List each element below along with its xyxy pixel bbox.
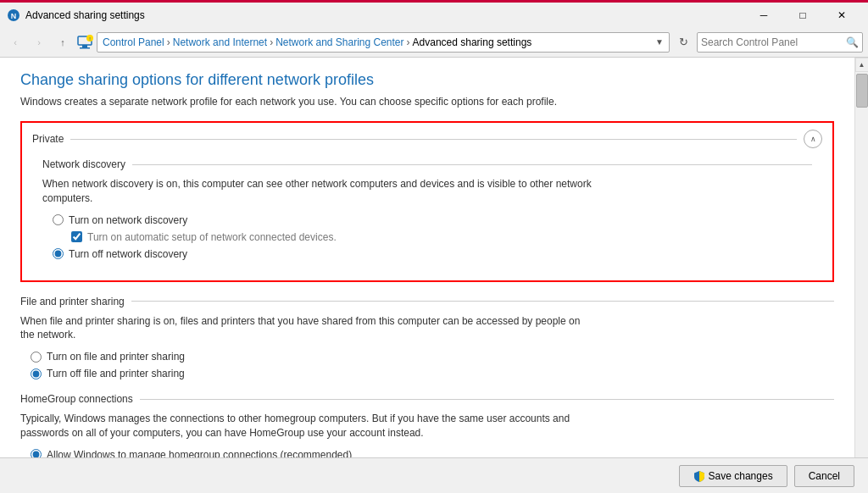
homegroup-header: HomeGroup connections	[20, 393, 834, 405]
breadcrumb-current: Advanced sharing settings	[413, 36, 532, 48]
breadcrumb-bar[interactable]: Control Panel › Network and Internet › N…	[97, 32, 670, 53]
shield-icon	[693, 470, 705, 482]
address-bar: ‹ › ↑ ! Control Panel › Network and Inte…	[0, 27, 868, 58]
title-bar-left: N Advanced sharing settings	[7, 8, 145, 22]
search-bar[interactable]: 🔍	[697, 32, 863, 53]
save-changes-button[interactable]: Save changes	[679, 465, 787, 487]
private-collapse-button[interactable]: ∧	[804, 130, 822, 148]
back-button[interactable]: ‹	[5, 32, 25, 53]
network-discovery-title: Network discovery	[42, 158, 125, 170]
title-bar: N Advanced sharing settings ─ □ ✕	[0, 0, 868, 27]
page-description: Windows creates a separate network profi…	[20, 96, 648, 108]
forward-button[interactable]: ›	[29, 32, 49, 53]
footer: Save changes Cancel	[0, 457, 868, 493]
file-sharing-section: File and printer sharing When file and p…	[20, 296, 834, 380]
window-controls: ─ □ ✕	[744, 2, 861, 29]
minimize-button[interactable]: ─	[744, 2, 783, 29]
up-button[interactable]: ↑	[53, 32, 73, 53]
nd-auto-option[interactable]: Turn on automatic setup of network conne…	[71, 231, 812, 243]
network-discovery-line	[132, 164, 812, 165]
svg-rect-3	[82, 45, 87, 47]
file-sharing-description: When file and printer sharing is on, fil…	[20, 314, 597, 343]
file-sharing-radio-group: Turn on file and printer sharing Turn of…	[31, 351, 834, 379]
file-sharing-title: File and printer sharing	[20, 296, 125, 307]
breadcrumb-network-internet[interactable]: Network and Internet	[173, 36, 267, 48]
scroll-thumb[interactable]	[856, 74, 868, 108]
file-sharing-header: File and printer sharing	[20, 296, 834, 307]
fs-off-label: Turn off file and printer sharing	[47, 368, 185, 379]
close-button[interactable]: ✕	[822, 2, 861, 29]
network-discovery-header: Network discovery	[42, 158, 812, 170]
maximize-button[interactable]: □	[783, 2, 822, 29]
nd-on-option[interactable]: Turn on network discovery	[53, 214, 812, 226]
fs-on-label: Turn on file and printer sharing	[47, 351, 185, 363]
nd-on-radio[interactable]	[53, 214, 64, 225]
svg-rect-4	[80, 47, 90, 49]
scroll-up-arrow[interactable]: ▲	[855, 58, 869, 72]
nd-auto-label: Turn on automatic setup of network conne…	[87, 231, 337, 243]
window-title: Advanced sharing settings	[25, 9, 145, 21]
network-discovery-subsection: Network discovery When network discovery…	[42, 158, 812, 260]
nd-off-radio[interactable]	[53, 248, 64, 259]
fs-off-option[interactable]: Turn off file and printer sharing	[31, 368, 834, 379]
network-icon: !	[76, 35, 93, 50]
app-icon: N	[7, 8, 20, 22]
network-discovery-radio-group: Turn on network discovery Turn on automa…	[53, 214, 812, 260]
dropdown-arrow[interactable]: ▼	[655, 37, 664, 47]
svg-text:N: N	[11, 12, 17, 20]
content-area: Change sharing options for different net…	[0, 58, 854, 493]
refresh-button[interactable]: ↻	[673, 32, 693, 53]
nd-auto-checkbox[interactable]	[71, 231, 82, 242]
search-icon[interactable]: 🔍	[846, 36, 859, 48]
network-discovery-description: When network discovery is on, this compu…	[42, 177, 619, 206]
nd-off-option[interactable]: Turn off network discovery	[53, 248, 812, 260]
search-input[interactable]	[701, 36, 846, 48]
private-section: Private ∧ Network discovery When network…	[20, 121, 834, 282]
homegroup-line	[140, 399, 834, 400]
private-section-line	[70, 139, 797, 140]
fs-on-radio[interactable]	[31, 352, 42, 363]
cancel-button[interactable]: Cancel	[794, 465, 854, 487]
main-container: Change sharing options for different net…	[0, 58, 868, 493]
scroll-track[interactable]	[855, 72, 868, 479]
homegroup-description: Typically, Windows manages the connectio…	[20, 412, 597, 440]
save-changes-label: Save changes	[709, 470, 773, 482]
page-title: Change sharing options for different net…	[20, 71, 834, 89]
scrollbar[interactable]: ▲ ▼	[854, 58, 868, 493]
private-section-header: Private ∧	[22, 130, 832, 148]
nd-off-label: Turn off network discovery	[69, 248, 187, 260]
breadcrumb-control-panel[interactable]: Control Panel	[103, 36, 164, 48]
homegroup-title: HomeGroup connections	[20, 393, 133, 405]
fs-off-radio[interactable]	[31, 368, 42, 379]
private-section-title: Private	[32, 133, 64, 145]
breadcrumb-sharing-center[interactable]: Network and Sharing Center	[275, 36, 403, 48]
fs-on-option[interactable]: Turn on file and printer sharing	[31, 351, 834, 363]
file-sharing-line	[131, 301, 834, 302]
nd-on-label: Turn on network discovery	[69, 214, 187, 226]
